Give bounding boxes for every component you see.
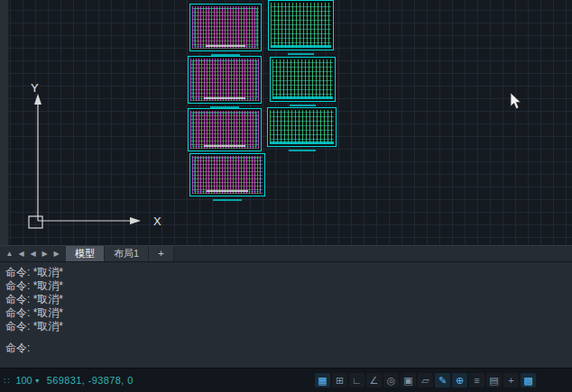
first-layout-button[interactable]: ◀ [16, 247, 26, 260]
object-tracking-icon[interactable]: ▣ [401, 373, 416, 387]
ucs-icon: Y X [18, 79, 171, 237]
drawing-thumbnail-floor-plan-1[interactable] [189, 4, 262, 51]
status-bar: ∷ 100 ▼ 569831, -93878, 0 ▦⊞∟∠◎▣▱✎⊕≡▤+▩ [0, 368, 572, 392]
snap-grid-icon[interactable]: ▦ [315, 373, 330, 387]
zoom-scale-value: 100 [15, 375, 32, 386]
ucs-x-label: X [153, 214, 161, 228]
command-history-line: 命令: *取消* [5, 306, 567, 320]
dynamic-input-icon[interactable]: ✎ [435, 373, 450, 387]
layout1-tab[interactable]: 布局1 [105, 246, 149, 261]
prev-layout-button[interactable]: ◀ [28, 247, 38, 260]
drawing-thumbnail-elevation-2[interactable] [270, 57, 336, 102]
dynamic-ucs-icon[interactable]: ▱ [418, 373, 433, 387]
drawing-viewport[interactable]: Y X [0, 0, 572, 245]
command-history: 命令: *取消*命令: *取消*命令: *取消*命令: *取消*命令: *取消* [5, 266, 567, 333]
status-toggle-icons: ▦⊞∟∠◎▣▱✎⊕≡▤+▩ [315, 369, 536, 392]
coordinates-display: 569831, -93878, 0 [47, 375, 134, 386]
drawing-thumbnail-elevation-3[interactable] [267, 107, 337, 147]
lineweight-icon[interactable]: ≡ [469, 373, 484, 387]
drawing-thumbnail-floor-plan-4[interactable] [189, 153, 265, 196]
drawing-thumbnail-floor-plan-3[interactable] [188, 108, 262, 151]
layout-tab-bar: ▲◀◀▶▶ 模型布局1+ [0, 245, 572, 261]
object-snap-icon[interactable]: ◎ [383, 373, 399, 387]
thumbnail-caption [288, 53, 313, 55]
ucs-y-arrowhead [34, 94, 42, 105]
ucs-origin-box [29, 216, 42, 228]
ortho-icon[interactable]: ∟ [349, 373, 364, 387]
model-tab[interactable]: 模型 [66, 246, 105, 261]
command-history-line: 命令: *取消* [5, 293, 567, 306]
thumbnail-caption [289, 150, 316, 151]
coordinate-readout-icon: ∷ [4, 376, 9, 386]
thumbnail-graphic [190, 59, 259, 101]
thumbnail-graphic [192, 6, 259, 49]
command-history-line: 命令: *取消* [5, 266, 567, 279]
transparency-icon[interactable]: ▤ [486, 373, 502, 387]
thumbnail-caption [213, 199, 243, 201]
drawing-thumbnail-elevation-1[interactable] [268, 0, 334, 50]
last-layout-button[interactable]: ▶ [51, 247, 61, 260]
left-panel-edge [0, 0, 9, 245]
thumbnail-graphic [192, 156, 263, 194]
thumbnail-graphic [272, 59, 333, 99]
zoom-scale-dropdown[interactable]: 100 ▼ [15, 375, 40, 386]
command-history-line: 命令: *取消* [5, 320, 567, 333]
thumbnail-graphic [271, 3, 331, 48]
thumbnail-caption [290, 105, 315, 106]
polar-tracking-icon[interactable]: ∠ [366, 373, 382, 387]
workspace-switch-icon[interactable]: ▩ [521, 373, 536, 387]
crosshair-icon[interactable]: ⊕ [452, 373, 467, 387]
cad-window: Y X [0, 0, 572, 392]
command-history-line: 命令: *取消* [5, 279, 567, 293]
mouse-cursor-icon [510, 92, 522, 110]
grid-display-icon[interactable]: ⊞ [332, 373, 347, 387]
thumbnail-graphic [270, 110, 334, 144]
layout-tabs: 模型布局1+ [66, 246, 174, 261]
status-left-group: ∷ 100 ▼ 569831, -93878, 0 [0, 375, 134, 386]
tab-nav-buttons: ▲◀◀▶▶ [0, 246, 66, 261]
new-layout-tab[interactable]: + [149, 246, 173, 261]
chevron-down-icon: ▼ [34, 378, 41, 384]
command-line-panel[interactable]: 命令: *取消*命令: *取消*命令: *取消*命令: *取消*命令: *取消*… [0, 261, 572, 368]
ucs-x-arrowhead [130, 217, 141, 224]
command-prompt[interactable]: 命令: [5, 342, 567, 355]
tab-scroll-button[interactable]: ▲ [5, 247, 14, 260]
ucs-y-label: Y [31, 81, 39, 95]
thumbnail-graphic [190, 111, 259, 149]
drawing-thumbnail-floor-plan-2[interactable] [188, 56, 262, 104]
annotation-scale-icon[interactable]: + [503, 373, 519, 387]
next-layout-button[interactable]: ▶ [40, 247, 50, 260]
